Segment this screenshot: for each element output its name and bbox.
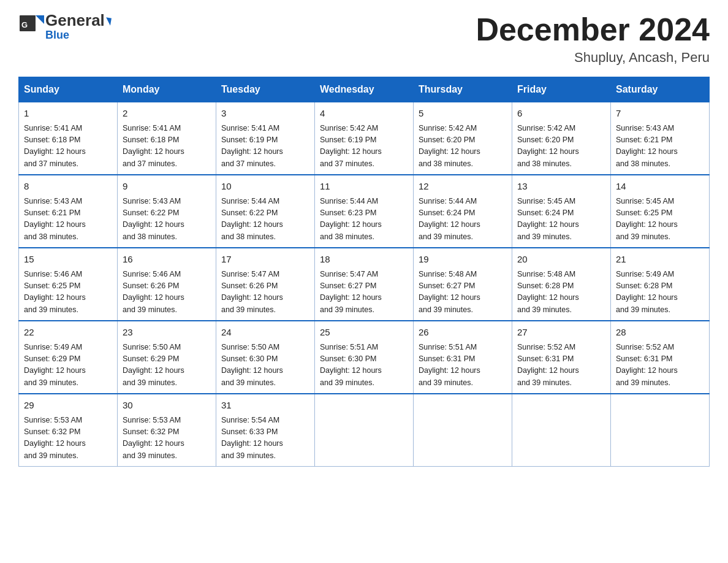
col-wednesday: Wednesday [315, 77, 414, 102]
day-info: Sunrise: 5:52 AMSunset: 6:31 PMDaylight:… [616, 343, 678, 387]
day-info: Sunrise: 5:47 AMSunset: 6:27 PMDaylight:… [320, 270, 382, 314]
title-block: December 2024 Shupluy, Ancash, Peru [476, 12, 710, 66]
calendar-cell: 4 Sunrise: 5:42 AMSunset: 6:19 PMDayligh… [315, 102, 414, 175]
day-number: 14 [616, 180, 704, 194]
calendar-cell: 12 Sunrise: 5:44 AMSunset: 6:24 PMDaylig… [414, 175, 512, 248]
day-info: Sunrise: 5:48 AMSunset: 6:27 PMDaylight:… [419, 270, 480, 314]
page-subtitle: Shupluy, Ancash, Peru [476, 50, 710, 66]
calendar-cell: 18 Sunrise: 5:47 AMSunset: 6:27 PMDaylig… [315, 248, 414, 321]
calendar-cell: 26 Sunrise: 5:51 AMSunset: 6:31 PMDaylig… [414, 321, 512, 394]
calendar-cell [512, 394, 611, 467]
calendar-cell: 1 Sunrise: 5:41 AMSunset: 6:18 PMDayligh… [19, 102, 118, 175]
calendar-week-3: 15 Sunrise: 5:46 AMSunset: 6:25 PMDaylig… [19, 248, 710, 321]
day-number: 28 [616, 326, 704, 340]
col-sunday: Sunday [19, 77, 118, 102]
day-info: Sunrise: 5:42 AMSunset: 6:20 PMDaylight:… [419, 124, 480, 168]
calendar-header-row: Sunday Monday Tuesday Wednesday Thursday… [19, 77, 710, 102]
day-info: Sunrise: 5:50 AMSunset: 6:30 PMDaylight:… [221, 343, 283, 387]
calendar-cell: 22 Sunrise: 5:49 AMSunset: 6:29 PMDaylig… [19, 321, 118, 394]
calendar-cell [611, 394, 710, 467]
day-number: 9 [123, 180, 211, 194]
day-info: Sunrise: 5:44 AMSunset: 6:23 PMDaylight:… [320, 197, 382, 241]
day-number: 10 [221, 180, 309, 194]
day-info: Sunrise: 5:53 AMSunset: 6:32 PMDaylight:… [123, 416, 184, 460]
calendar-week-2: 8 Sunrise: 5:43 AMSunset: 6:21 PMDayligh… [19, 175, 710, 248]
page-title: December 2024 [476, 12, 710, 47]
day-number: 6 [517, 107, 605, 121]
calendar-cell: 13 Sunrise: 5:45 AMSunset: 6:24 PMDaylig… [512, 175, 611, 248]
day-number: 7 [616, 107, 704, 121]
calendar-cell: 6 Sunrise: 5:42 AMSunset: 6:20 PMDayligh… [512, 102, 611, 175]
day-info: Sunrise: 5:46 AMSunset: 6:26 PMDaylight:… [123, 270, 184, 314]
calendar-cell: 24 Sunrise: 5:50 AMSunset: 6:30 PMDaylig… [216, 321, 315, 394]
day-info: Sunrise: 5:41 AMSunset: 6:19 PMDaylight:… [221, 124, 283, 168]
day-number: 16 [123, 253, 211, 267]
logo-blue-text: Blue [45, 29, 111, 42]
day-number: 27 [517, 326, 605, 340]
calendar-week-1: 1 Sunrise: 5:41 AMSunset: 6:18 PMDayligh… [19, 102, 710, 175]
col-thursday: Thursday [414, 77, 512, 102]
day-info: Sunrise: 5:50 AMSunset: 6:29 PMDaylight:… [123, 343, 184, 387]
calendar-cell: 29 Sunrise: 5:53 AMSunset: 6:32 PMDaylig… [19, 394, 118, 467]
calendar-cell: 19 Sunrise: 5:48 AMSunset: 6:27 PMDaylig… [414, 248, 512, 321]
col-tuesday: Tuesday [216, 77, 315, 102]
day-info: Sunrise: 5:42 AMSunset: 6:20 PMDaylight:… [517, 124, 579, 168]
calendar-cell [315, 394, 414, 467]
day-info: Sunrise: 5:52 AMSunset: 6:31 PMDaylight:… [517, 343, 579, 387]
day-number: 19 [419, 253, 507, 267]
day-info: Sunrise: 5:51 AMSunset: 6:30 PMDaylight:… [320, 343, 382, 387]
day-number: 1 [24, 107, 112, 121]
calendar-body: 1 Sunrise: 5:41 AMSunset: 6:18 PMDayligh… [19, 102, 710, 467]
day-number: 8 [24, 180, 112, 194]
day-number: 18 [320, 253, 408, 267]
day-number: 29 [24, 399, 112, 413]
day-info: Sunrise: 5:43 AMSunset: 6:22 PMDaylight:… [123, 197, 184, 241]
day-number: 31 [221, 399, 309, 413]
page-header: G General Blue December 2024 Shupluy, An… [18, 12, 710, 66]
calendar-cell: 9 Sunrise: 5:43 AMSunset: 6:22 PMDayligh… [118, 175, 216, 248]
logo: G General Blue [18, 12, 111, 42]
svg-marker-1 [36, 15, 44, 24]
calendar-cell: 5 Sunrise: 5:42 AMSunset: 6:20 PMDayligh… [414, 102, 512, 175]
day-info: Sunrise: 5:45 AMSunset: 6:25 PMDaylight:… [616, 197, 678, 241]
calendar-cell: 16 Sunrise: 5:46 AMSunset: 6:26 PMDaylig… [118, 248, 216, 321]
calendar-cell: 27 Sunrise: 5:52 AMSunset: 6:31 PMDaylig… [512, 321, 611, 394]
logo-icon: G [18, 14, 44, 40]
day-info: Sunrise: 5:41 AMSunset: 6:18 PMDaylight:… [123, 124, 184, 168]
calendar-cell: 21 Sunrise: 5:49 AMSunset: 6:28 PMDaylig… [611, 248, 710, 321]
day-number: 2 [123, 107, 211, 121]
day-number: 20 [517, 253, 605, 267]
day-info: Sunrise: 5:43 AMSunset: 6:21 PMDaylight:… [616, 124, 678, 168]
calendar-week-4: 22 Sunrise: 5:49 AMSunset: 6:29 PMDaylig… [19, 321, 710, 394]
calendar-cell: 10 Sunrise: 5:44 AMSunset: 6:22 PMDaylig… [216, 175, 315, 248]
svg-text:G: G [21, 20, 28, 29]
calendar-cell: 17 Sunrise: 5:47 AMSunset: 6:26 PMDaylig… [216, 248, 315, 321]
day-info: Sunrise: 5:43 AMSunset: 6:21 PMDaylight:… [24, 197, 86, 241]
calendar-week-5: 29 Sunrise: 5:53 AMSunset: 6:32 PMDaylig… [19, 394, 710, 467]
day-info: Sunrise: 5:53 AMSunset: 6:32 PMDaylight:… [24, 416, 86, 460]
day-info: Sunrise: 5:44 AMSunset: 6:24 PMDaylight:… [419, 197, 480, 241]
col-friday: Friday [512, 77, 611, 102]
calendar-cell: 31 Sunrise: 5:54 AMSunset: 6:33 PMDaylig… [216, 394, 315, 467]
day-number: 21 [616, 253, 704, 267]
day-number: 22 [24, 326, 112, 340]
day-number: 5 [419, 107, 507, 121]
day-number: 30 [123, 399, 211, 413]
calendar-cell: 8 Sunrise: 5:43 AMSunset: 6:21 PMDayligh… [19, 175, 118, 248]
day-number: 23 [123, 326, 211, 340]
day-info: Sunrise: 5:48 AMSunset: 6:28 PMDaylight:… [517, 270, 579, 314]
day-number: 25 [320, 326, 408, 340]
col-monday: Monday [118, 77, 216, 102]
calendar-cell: 2 Sunrise: 5:41 AMSunset: 6:18 PMDayligh… [118, 102, 216, 175]
day-number: 4 [320, 107, 408, 121]
day-number: 15 [24, 253, 112, 267]
logo-general-text: General [45, 11, 105, 29]
day-info: Sunrise: 5:45 AMSunset: 6:24 PMDaylight:… [517, 197, 579, 241]
day-info: Sunrise: 5:51 AMSunset: 6:31 PMDaylight:… [419, 343, 480, 387]
calendar-table: Sunday Monday Tuesday Wednesday Thursday… [18, 77, 710, 467]
day-number: 11 [320, 180, 408, 194]
calendar-cell: 7 Sunrise: 5:43 AMSunset: 6:21 PMDayligh… [611, 102, 710, 175]
col-saturday: Saturday [611, 77, 710, 102]
day-number: 17 [221, 253, 309, 267]
calendar-cell [414, 394, 512, 467]
